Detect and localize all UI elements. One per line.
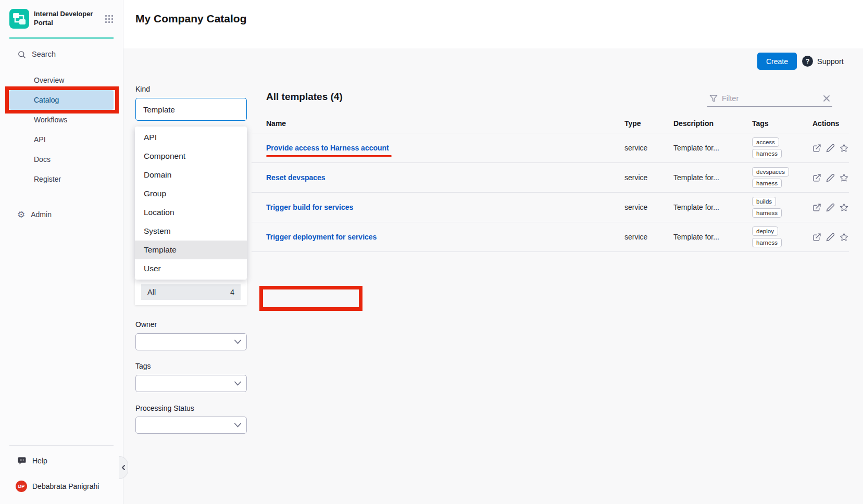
create-button[interactable]: Create xyxy=(757,53,797,70)
row-name-cell: Reset devspaces xyxy=(266,173,624,182)
kind-option-api[interactable]: API xyxy=(135,128,247,147)
sidebar-bottom: Help DP Debabrata Panigrahi xyxy=(0,445,123,492)
sidebar-search[interactable]: Search xyxy=(0,47,123,61)
row-actions-cell xyxy=(812,233,849,242)
kind-facet-card: All 4 xyxy=(135,279,247,305)
row-tags-cell: buildsharness xyxy=(752,193,812,222)
sidebar-item-admin[interactable]: ⚙ Admin xyxy=(9,205,114,224)
sidebar-item-register[interactable]: Register xyxy=(9,169,114,189)
sidebar-nav: OverviewCatalogWorkflowsAPIDocsRegister xyxy=(0,70,123,189)
app-logo-icon xyxy=(9,9,29,29)
user-menu[interactable]: DP Debabrata Panigrahi xyxy=(0,481,123,492)
kind-option-domain[interactable]: Domain xyxy=(135,166,247,184)
chevron-down-icon xyxy=(234,423,241,427)
row-tags-cell: deployharness xyxy=(752,222,812,251)
row-description-cell: Template for... xyxy=(673,203,752,211)
table-filter xyxy=(707,91,832,107)
open-in-new-icon[interactable] xyxy=(812,203,821,212)
search-label: Search xyxy=(32,50,56,58)
open-in-new-icon[interactable] xyxy=(812,233,821,242)
chevron-down-icon xyxy=(234,381,241,386)
processing-status-filter-label: Processing Status xyxy=(135,404,194,412)
tag-chip: deploy xyxy=(752,226,778,236)
chevron-down-icon xyxy=(234,339,241,344)
sidebar-item-workflows[interactable]: Workflows xyxy=(9,110,114,130)
kind-option-user[interactable]: User xyxy=(135,259,247,278)
tag-chip: devspaces xyxy=(752,167,789,177)
tags-filter-label: Tags xyxy=(135,362,151,370)
gear-icon: ⚙ xyxy=(17,210,25,219)
row-name-cell: Trigger deployment for services xyxy=(266,232,624,242)
tag-chip: harness xyxy=(752,238,782,247)
tag-chip: builds xyxy=(752,197,776,206)
star-icon[interactable] xyxy=(840,233,848,242)
table-row: Reset devspaces service Template for... … xyxy=(252,163,849,193)
row-type-cell: service xyxy=(624,144,673,152)
templates-panel: All templates (4) Name Type Description … xyxy=(252,85,849,252)
sidebar-header: Internal Developer Portal xyxy=(9,0,114,39)
kind-option-location[interactable]: Location xyxy=(135,203,247,222)
kind-option-system[interactable]: System xyxy=(135,222,247,241)
user-name: Debabrata Panigrahi xyxy=(32,482,99,490)
star-icon[interactable] xyxy=(840,203,848,212)
table-header: Name Type Description Tags Actions xyxy=(252,119,849,133)
admin-label: Admin xyxy=(31,210,52,219)
apps-grid-icon[interactable] xyxy=(105,15,114,23)
sidebar-item-catalog[interactable]: Catalog xyxy=(9,90,114,110)
support-label: Support xyxy=(817,57,844,66)
chat-icon xyxy=(17,456,27,465)
tag-chip: harness xyxy=(752,208,782,218)
avatar: DP xyxy=(16,481,27,492)
edit-pencil-icon[interactable] xyxy=(826,203,835,212)
kind-option-group[interactable]: Group xyxy=(135,184,247,203)
support-button[interactable]: ? Support xyxy=(802,53,844,70)
kind-option-template[interactable]: Template xyxy=(135,241,247,259)
sidebar-item-api[interactable]: API xyxy=(9,130,114,149)
table-row: Provide access to Harness account servic… xyxy=(252,133,849,163)
question-icon: ? xyxy=(802,56,813,67)
kind-filter-label: Kind xyxy=(135,85,150,93)
column-header-actions: Actions xyxy=(812,119,849,128)
kind-option-component[interactable]: Component xyxy=(135,147,247,166)
tag-chip: harness xyxy=(752,149,782,158)
row-type-cell: service xyxy=(624,173,673,182)
column-header-description: Description xyxy=(673,119,752,128)
table-row: Trigger build for services service Templ… xyxy=(252,193,849,222)
template-name-link[interactable]: Provide access to Harness account xyxy=(266,144,389,152)
clear-filter-icon[interactable] xyxy=(823,95,830,102)
row-actions-cell xyxy=(812,203,849,212)
column-header-type: Type xyxy=(624,119,673,128)
star-icon[interactable] xyxy=(840,144,848,153)
facet-all-count: 4 xyxy=(230,288,234,296)
table-filter-input[interactable] xyxy=(722,94,819,103)
template-name-link[interactable]: Reset devspaces xyxy=(266,173,326,182)
sidebar-item-docs[interactable]: Docs xyxy=(9,149,114,169)
processing-status-select[interactable] xyxy=(135,417,247,434)
owner-filter-label: Owner xyxy=(135,320,157,329)
template-name-link[interactable]: Trigger deployment for services xyxy=(266,233,377,241)
kind-dropdown: APIComponentDomainGroupLocationSystemTem… xyxy=(135,127,247,280)
edit-pencil-icon[interactable] xyxy=(826,173,835,182)
sidebar-divider xyxy=(9,445,114,446)
facet-row-all[interactable]: All 4 xyxy=(141,284,241,300)
table-body: Provide access to Harness account servic… xyxy=(252,133,849,252)
kind-select[interactable]: Template xyxy=(135,98,247,121)
templates-heading: All templates (4) xyxy=(266,91,343,103)
template-name-link[interactable]: Trigger build for services xyxy=(266,203,353,211)
help-button[interactable]: Help xyxy=(0,453,123,468)
row-actions-cell xyxy=(812,173,849,182)
star-icon[interactable] xyxy=(840,173,848,182)
row-tags-cell: devspacesharness xyxy=(752,163,812,192)
sidebar-item-overview[interactable]: Overview xyxy=(9,70,114,90)
tags-select[interactable] xyxy=(135,375,247,392)
main-header: My Company Catalog xyxy=(123,0,863,48)
open-in-new-icon[interactable] xyxy=(812,144,821,153)
owner-select[interactable] xyxy=(135,333,247,350)
sidebar: Internal Developer Portal Search Overvie… xyxy=(0,0,123,504)
row-name-cell: Trigger build for services xyxy=(266,203,624,212)
edit-pencil-icon[interactable] xyxy=(826,144,835,153)
edit-pencil-icon[interactable] xyxy=(826,233,835,242)
open-in-new-icon[interactable] xyxy=(812,173,821,182)
row-description-cell: Template for... xyxy=(673,233,752,241)
page-title: My Company Catalog xyxy=(135,12,247,25)
